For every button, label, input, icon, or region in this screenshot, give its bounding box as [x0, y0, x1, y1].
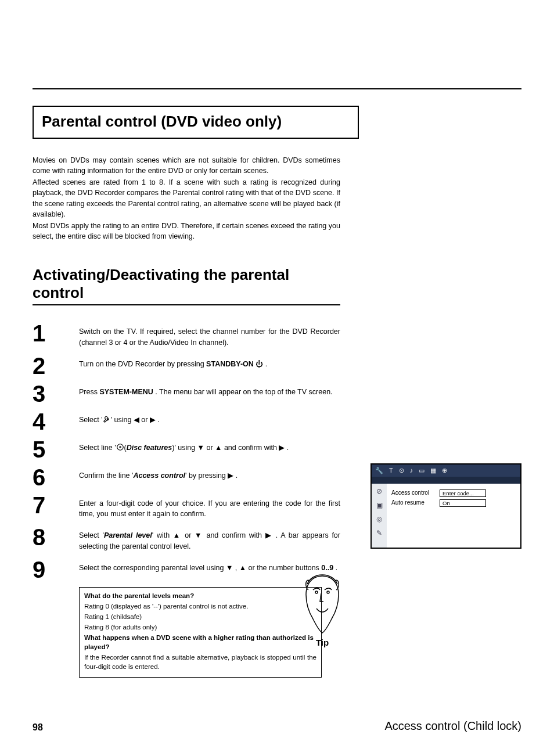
tip-answer: Rating 8 (for adults only): [84, 622, 316, 632]
osd-body: ⊘ ▣ ◎ ✎ Access control Auto resume Enter…: [372, 484, 520, 548]
step-text: Press SYSTEM-MENU . The menu bar will ap…: [79, 383, 340, 398]
step-row: 2 Turn on the DVD Recorder by pressing S…: [33, 355, 340, 376]
osd-side-icon: ◎: [376, 515, 382, 523]
intro-block: Movies on DVDs may contain scenes which …: [33, 155, 340, 242]
step-row: 7 Enter a four-digit code of your choice…: [33, 495, 340, 520]
tip-face: Tip: [296, 573, 348, 647]
step-bold: SYSTEM-MENU: [99, 388, 153, 396]
osd-box: 🔧 T ⊙ ♪ ▭ ▦ ⊕ ⊘ ▣ ◎ ✎ Access control: [370, 463, 521, 549]
page-number: 98: [33, 722, 43, 733]
tip-answer: Rating 1 (childsafe): [84, 612, 316, 621]
step-row: 6 Confirm the line 'Access control' by p…: [33, 467, 340, 488]
step-number: 9: [33, 559, 79, 580]
step-number: 7: [33, 495, 79, 516]
osd-top-icon: 🔧: [375, 467, 383, 474]
svg-point-0: [117, 444, 123, 450]
osd-field: On: [440, 499, 486, 507]
osd-label: Auto resume: [391, 499, 429, 506]
step-number: 2: [33, 355, 79, 376]
osd-figure: 🔧 T ⊙ ♪ ▭ ▦ ⊕ ⊘ ▣ ◎ ✎ Access control: [370, 463, 521, 549]
osd-top-icon: ⊕: [442, 467, 447, 474]
osd-menu-bar: 🔧 T ⊙ ♪ ▭ ▦ ⊕: [372, 465, 520, 477]
tip-question: What happens when a DVD scene with a hig…: [84, 633, 316, 651]
osd-sub-bar: [372, 477, 520, 484]
tip-box: What do the parental levels mean? Rating…: [79, 587, 322, 678]
page-footer: 98 Access control (Child lock): [33, 719, 521, 733]
osd-side-icon: ⊘: [376, 487, 382, 495]
tip-label: Tip: [296, 638, 348, 647]
step-text-span: Enter a four-digit code of your choice. …: [79, 499, 340, 519]
step-bold: STANDBY-ON: [206, 360, 254, 368]
step-text-span: ⏻ .: [254, 360, 267, 368]
intro-p3: Most DVDs apply the rating to an entire …: [33, 221, 340, 242]
osd-side-icon: ✎: [376, 529, 382, 537]
step-bold-italic: Parental level: [104, 531, 152, 539]
step-text-span: Select ': [79, 416, 103, 424]
svg-point-2: [315, 591, 318, 593]
step-number: 4: [33, 411, 79, 432]
step-row: 4 Select '' using ◀ or ▶ .: [33, 411, 340, 432]
step-text-span: Confirm the line ': [79, 471, 133, 480]
step-text-span: Select ': [79, 531, 104, 539]
osd-field: Enter code...: [440, 489, 486, 497]
step-text: Select '' using ◀ or ▶ .: [79, 411, 340, 427]
step-text-span: Press: [79, 388, 99, 396]
tip-answer: If the Recorder cannot find a suitable a…: [84, 653, 316, 671]
osd-top-icon: ▦: [430, 467, 436, 474]
osd-side-icon: ▣: [376, 501, 383, 509]
step-row: 9 Select the corresponding parental leve…: [33, 559, 340, 580]
step-text-span: )' using ▼ or ▲ and confirm with ▶ .: [172, 444, 289, 452]
section-title: Activating/Deactivating the parental con…: [33, 266, 340, 302]
steps-list: 1 Switch on the TV. If required, select …: [33, 323, 340, 678]
step-number: 8: [33, 527, 79, 548]
step-row: 8 Select 'Parental level' with ▲ or ▼ an…: [33, 527, 340, 552]
step-text: Enter a four-digit code of your choice. …: [79, 495, 340, 520]
step-row: 3 Press SYSTEM-MENU . The menu bar will …: [33, 383, 340, 404]
boxed-title-text: Parental control (DVD video only): [42, 113, 350, 131]
osd-main: Access control Auto resume Enter code...…: [387, 484, 520, 548]
osd-label: Access control: [391, 489, 429, 496]
wrench-icon: [103, 415, 111, 427]
step-text: Confirm the line 'Access control' by pre…: [79, 467, 340, 481]
step-text-span: Switch on the TV. If required, select th…: [79, 327, 340, 347]
intro-p1: Movies on DVDs may contain scenes which …: [33, 155, 340, 176]
step-text: Select line '(Disc features)' using ▼ or…: [79, 439, 340, 455]
step-bold: 0..9: [321, 564, 333, 572]
osd-side-icons: ⊘ ▣ ◎ ✎: [372, 484, 387, 548]
osd-top-icon: ▭: [419, 467, 425, 474]
osd-top-icon: ⊙: [399, 467, 404, 474]
tip-question: What do the parental levels mean?: [84, 591, 316, 600]
step-text: Switch on the TV. If required, select th…: [79, 323, 340, 348]
step-text-span: Select the corresponding parental level …: [79, 564, 321, 572]
step-text-span: .: [333, 564, 337, 572]
step-bold-italic: Access control: [133, 471, 185, 480]
step-number: 5: [33, 439, 79, 460]
step-text: Turn on the DVD Recorder by pressing STA…: [79, 355, 340, 370]
disc-icon: [116, 443, 124, 455]
step-text-span: Turn on the DVD Recorder by pressing: [79, 360, 206, 368]
step-text: Select 'Parental level' with ▲ or ▼ and …: [79, 527, 340, 552]
intro-p2: Affected scenes are rated from 1 to 8. I…: [33, 177, 340, 219]
step-text: Select the corresponding parental level …: [79, 559, 340, 574]
step-bold-italic: Disc features: [127, 444, 172, 452]
boxed-title: Parental control (DVD video only): [33, 106, 359, 139]
step-text-span: Select line ': [79, 444, 116, 452]
step-text-span: ' using ◀ or ▶ .: [111, 416, 160, 424]
step-number: 3: [33, 383, 79, 404]
top-rule: [33, 88, 521, 89]
footer-title: Access control (Child lock): [384, 719, 521, 733]
osd-top-icon: ♪: [410, 467, 413, 474]
svg-point-3: [327, 591, 329, 593]
step-row: 1 Switch on the TV. If required, select …: [33, 323, 340, 348]
step-row: 5 Select line '(Disc features)' using ▼ …: [33, 439, 340, 460]
step-number: 6: [33, 467, 79, 488]
face-icon: [299, 573, 346, 636]
step-text-span: ' by pressing ▶ .: [185, 471, 238, 480]
section-underline: [33, 304, 340, 305]
tip-answer: Rating 0 (displayed as '--') parental co…: [84, 602, 316, 611]
step-text-span: . The menu bar will appear on the top of…: [153, 388, 333, 396]
osd-top-icon: T: [389, 467, 393, 474]
step-number: 1: [33, 323, 79, 344]
svg-point-1: [119, 446, 120, 447]
